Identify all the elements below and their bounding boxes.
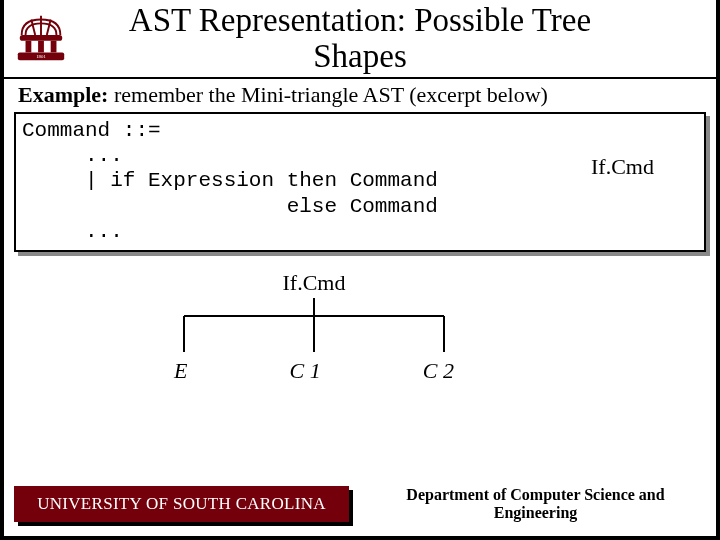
footer-department: Department of Computer Science and Engin… [363,486,708,522]
tree-root-label: If.Cmd [154,270,474,296]
tree-leaf-e: E [174,358,187,384]
subtitle-rest: remember the Mini-triangle AST (excerpt … [108,82,547,107]
code-line-5: ... [22,220,123,243]
code-line-2: ... [22,144,123,167]
grammar-code-box: Command ::= ... | if Expression then Com… [14,112,706,252]
tree-leaf-c2: C 2 [423,358,454,384]
example-subtitle: Example: remember the Mini-triangle AST … [18,82,548,108]
footer-university: UNIVERSITY OF SOUTH CAROLINA [14,486,349,522]
tree-leaves: E C 1 C 2 [154,358,474,384]
tree-leaf-c1: C 1 [290,358,321,384]
tree-branches [154,298,474,358]
ifcmd-annotation: If.Cmd [591,154,654,180]
subtitle-bold: Example: [18,82,108,107]
code-line-3: | if Expression then Command [22,169,438,192]
code-line-1: Command ::= [22,119,161,142]
slide-title: AST Representation: Possible Tree Shapes [4,0,716,79]
title-line-1: AST Representation: Possible Tree [129,2,591,38]
ast-tree-diagram: If.Cmd E C 1 C 2 [154,270,474,410]
title-line-2: Shapes [313,38,407,74]
slide: 1801 AST Representation: Possible Tree S… [0,0,720,540]
code-line-4: else Command [22,195,438,218]
